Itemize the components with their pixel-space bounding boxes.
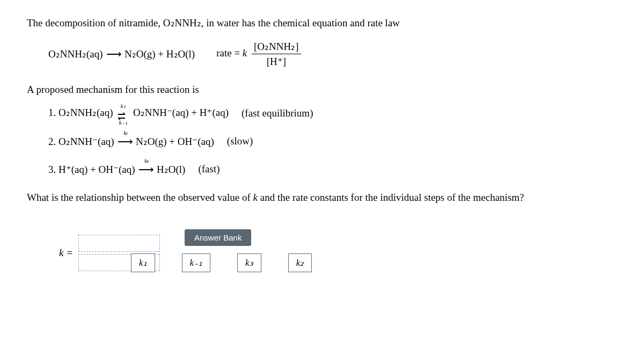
k-label: k₃	[144, 157, 147, 164]
k-reverse-label: k₋₁	[119, 119, 127, 126]
rate-denominator: [H⁺]	[252, 54, 301, 68]
numerator-drop-slot[interactable]	[78, 235, 160, 252]
intro-prefix: The decomposition of nitramide,	[27, 17, 163, 28]
step-rhs: H₂O(l)	[157, 164, 185, 175]
step-number: 2.	[48, 136, 58, 147]
step-note: (slow)	[227, 135, 253, 147]
reaction-arrow-icon: ⟶	[106, 47, 121, 60]
bank-item-k2[interactable]: k₂	[288, 253, 312, 272]
step-rhs: O₂NNH⁻(aq) + H⁺(aq)	[133, 107, 229, 118]
overall-equation: O₂NNH₂(aq) ⟶ N₂O(g) + H₂O(l) rate = k [O…	[48, 40, 617, 68]
reaction-arrow-icon: k₃⟶	[138, 163, 153, 176]
intro-text: The decomposition of nitramide, O₂NNH₂, …	[27, 16, 617, 31]
overall-rhs: N₂O(g) + H₂O(l)	[125, 48, 195, 60]
step-lhs: O₂NNH₂(aq)	[58, 107, 113, 118]
step-lhs: H⁺(aq) + OH⁻(aq)	[58, 164, 135, 175]
answer-bank-title: Answer Bank	[185, 229, 251, 246]
step-note: (fast equilibrium)	[241, 107, 313, 119]
rate-numerator: [O₂NNH₂]	[252, 40, 301, 54]
reaction-arrow-icon: k₂⟶	[118, 135, 132, 148]
question-text: What is the relationship between the obs…	[27, 191, 617, 205]
step-rhs: N₂O(g) + OH⁻(aq)	[136, 136, 214, 147]
mechanism-intro: A proposed mechanism for this reaction i…	[27, 83, 617, 97]
answer-zone: k = Answer Bank k₁ k₋₁ k₃ k₂	[27, 229, 617, 272]
question-part2: and the rate constants for the individua…	[258, 192, 524, 203]
step-lhs: O₂NNH⁻(aq)	[58, 136, 114, 147]
question-k: k	[253, 192, 258, 203]
step-note: (fast)	[198, 163, 219, 175]
question-part1: What is the relationship between the obs…	[27, 192, 253, 203]
bank-item-k3[interactable]: k₃	[237, 253, 261, 272]
answer-bank: Answer Bank k₁ k₋₁ k₃ k₂	[179, 229, 312, 272]
mechanism-step-2: 2. O₂NNH⁻(aq) k₂⟶ N₂O(g) + OH⁻(aq) (slow…	[48, 135, 617, 148]
overall-lhs: O₂NNH₂(aq)	[48, 48, 103, 60]
step-number: 1.	[48, 107, 58, 118]
rate-law: rate = k [O₂NNH₂] [H⁺]	[216, 40, 303, 68]
bank-item-kneg1[interactable]: k₋₁	[182, 253, 211, 272]
rate-label: rate =	[216, 47, 243, 58]
k-label: k₂	[123, 129, 126, 136]
mechanism-step-1: 1. O₂NNH₂(aq) k₁ k₋₁ O₂NNH⁻(aq) + H⁺(aq)…	[48, 106, 617, 120]
step-number: 3.	[48, 164, 58, 175]
intro-species: O₂NNH₂	[163, 17, 201, 28]
intro-suffix: , in water has the chemical equation and…	[201, 17, 400, 28]
rate-k: k	[243, 47, 247, 58]
k-equals-label: k =	[59, 247, 73, 259]
bank-item-k1[interactable]: k₁	[131, 253, 155, 272]
mechanism-step-3: 3. H⁺(aq) + OH⁻(aq) k₃⟶ H₂O(l) (fast)	[48, 163, 617, 176]
